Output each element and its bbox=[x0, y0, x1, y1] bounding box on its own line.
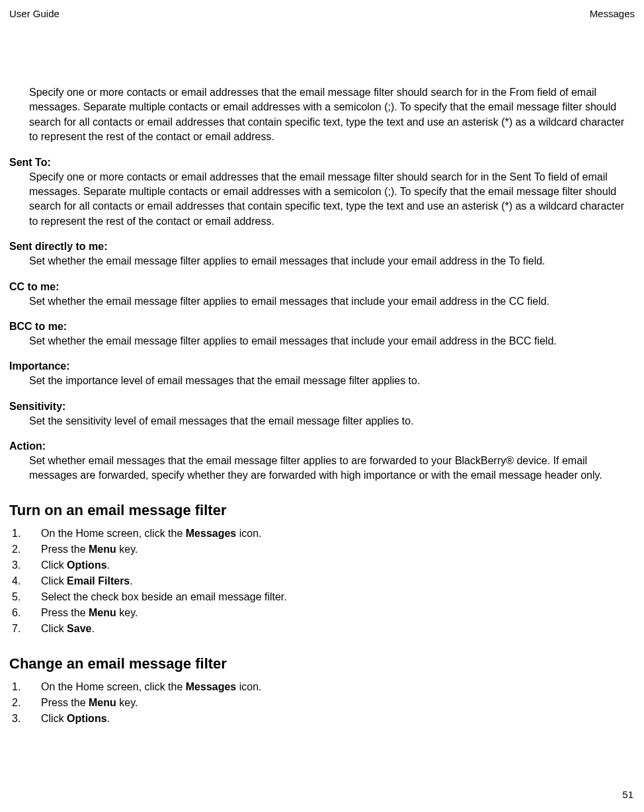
term-block: Action:Set whether email messages that t… bbox=[9, 440, 635, 483]
definition-list: Sent To:Specify one or more contacts or … bbox=[9, 157, 635, 483]
term-description: Set whether the email message filter app… bbox=[29, 334, 635, 348]
step-item: Click Options. bbox=[9, 711, 635, 727]
term-block: BCC to me:Set whether the email message … bbox=[9, 321, 635, 348]
section-heading-turn-on: Turn on an email message filter bbox=[9, 502, 635, 519]
step-item: On the Home screen, click the Messages i… bbox=[9, 679, 635, 695]
step-text-bold: Menu bbox=[89, 697, 116, 708]
step-item: Select the check box beside an email mes… bbox=[9, 589, 635, 605]
step-text-post: . bbox=[107, 559, 110, 571]
header-right: Messages bbox=[590, 8, 635, 19]
step-text-post: icon. bbox=[236, 681, 261, 692]
step-text-bold: Messages bbox=[186, 528, 237, 539]
step-item: Press the Menu key. bbox=[9, 605, 635, 621]
step-item: Click Save. bbox=[9, 621, 635, 637]
term-block: CC to me:Set whether the email message f… bbox=[9, 281, 635, 309]
step-text-pre: Click bbox=[41, 575, 67, 587]
step-text-pre: Press the bbox=[41, 697, 89, 708]
term-label: Sensitivity: bbox=[9, 401, 635, 413]
term-label: Action: bbox=[9, 440, 635, 452]
term-description: Set whether email messages that the emai… bbox=[29, 454, 635, 483]
step-item: Click Options. bbox=[9, 557, 635, 573]
step-item: Press the Menu key. bbox=[9, 695, 635, 711]
step-item: On the Home screen, click the Messages i… bbox=[9, 526, 635, 542]
term-label: BCC to me: bbox=[9, 321, 635, 333]
step-item: Click Email Filters. bbox=[9, 573, 635, 589]
step-text-bold: Messages bbox=[186, 681, 237, 692]
step-item: Press the Menu key. bbox=[9, 542, 635, 557]
header-left: User Guide bbox=[9, 8, 60, 19]
term-description: Specify one or more contacts or email ad… bbox=[29, 170, 635, 229]
steps-list-turn-on: On the Home screen, click the Messages i… bbox=[9, 526, 635, 637]
step-text-bold: Menu bbox=[89, 607, 116, 618]
term-label: Importance: bbox=[9, 360, 635, 372]
intro-paragraph: Specify one or more contacts or email ad… bbox=[29, 85, 635, 145]
step-text-post: . bbox=[91, 623, 94, 634]
page-header: User Guide Messages bbox=[9, 8, 635, 19]
step-text-bold: Email Filters bbox=[67, 575, 130, 587]
term-block: Sensitivity:Set the sensitivity level of… bbox=[9, 401, 635, 428]
term-description: Set whether the email message filter app… bbox=[29, 294, 635, 309]
step-text-post: key. bbox=[116, 697, 138, 708]
term-block: Importance:Set the importance level of e… bbox=[9, 360, 635, 388]
step-text-post: . bbox=[107, 713, 110, 724]
term-label: Sent To: bbox=[9, 157, 635, 169]
step-text-bold: Options bbox=[67, 713, 106, 724]
step-text-post: . bbox=[130, 575, 132, 587]
page-number: 51 bbox=[622, 789, 633, 800]
step-text-bold: Options bbox=[67, 559, 106, 571]
page-content: Specify one or more contacts or email ad… bbox=[9, 85, 635, 727]
term-block: Sent directly to me:Set whether the emai… bbox=[9, 241, 635, 268]
step-text-pre: Click bbox=[41, 559, 67, 571]
term-label: Sent directly to me: bbox=[9, 241, 635, 253]
term-description: Set the sensitivity level of email messa… bbox=[29, 414, 635, 428]
step-text-pre: Click bbox=[41, 713, 67, 724]
step-text-pre: Press the bbox=[41, 544, 89, 555]
term-description: Set the importance level of email messag… bbox=[29, 374, 635, 388]
step-text-pre: On the Home screen, click the bbox=[41, 528, 186, 539]
term-description: Set whether the email message filter app… bbox=[29, 254, 635, 268]
step-text-bold: Menu bbox=[89, 544, 116, 555]
step-text-pre: Click bbox=[41, 623, 67, 634]
step-text-pre: Select the check box beside an email mes… bbox=[41, 591, 287, 602]
term-label: CC to me: bbox=[9, 281, 635, 293]
step-text-bold: Save bbox=[67, 623, 91, 634]
step-text-post: key. bbox=[116, 544, 138, 555]
step-text-post: icon. bbox=[236, 528, 261, 539]
steps-list-change: On the Home screen, click the Messages i… bbox=[9, 679, 635, 727]
step-text-pre: On the Home screen, click the bbox=[41, 681, 186, 692]
step-text-pre: Press the bbox=[41, 607, 89, 618]
term-block: Sent To:Specify one or more contacts or … bbox=[9, 157, 635, 229]
section-heading-change: Change an email message filter bbox=[9, 655, 635, 672]
step-text-post: key. bbox=[116, 607, 138, 618]
